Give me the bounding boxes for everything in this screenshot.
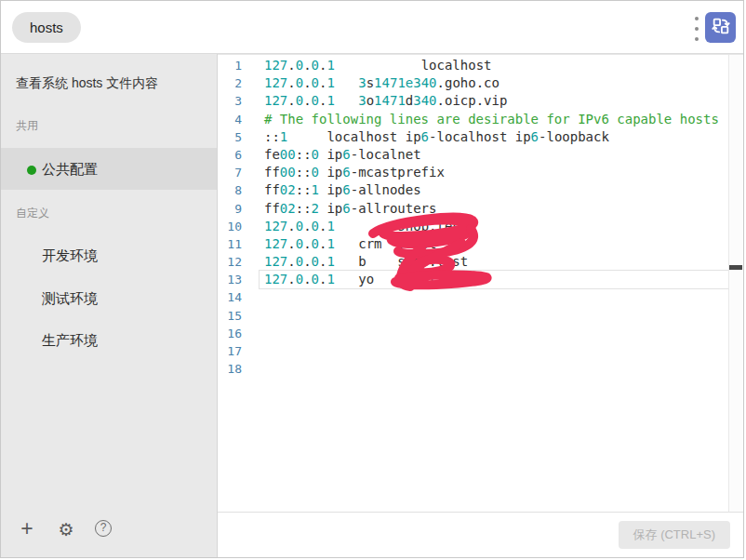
sidebar-item-label: 开发环境 xyxy=(42,247,98,263)
code-line[interactable]: 127.0.0.1 crm .test xyxy=(260,235,728,253)
sidebar-item-dev-env[interactable]: 开发环境 xyxy=(1,234,217,276)
line-number: 9 xyxy=(218,200,242,218)
code-line[interactable]: ff02::2 ip6-allrouters xyxy=(260,200,728,218)
code-line[interactable]: 127.0.0.1 b shop.test xyxy=(260,253,728,271)
line-number: 3 xyxy=(218,92,242,110)
scrollbar-cursor-marker xyxy=(729,265,742,270)
footer-bar: 保存 (CTRL+S) xyxy=(218,512,743,557)
line-number: 16 xyxy=(218,325,242,342)
code-line[interactable] xyxy=(260,325,728,342)
tab-hosts[interactable]: hosts xyxy=(12,12,81,43)
line-number: 5 xyxy=(218,128,242,146)
line-number: 13 xyxy=(218,271,242,288)
line-number: 7 xyxy=(218,164,242,181)
app-window: hosts 查看系统 hosts 文件内容 共用 公共配置 自定义 xyxy=(0,0,744,558)
code-line[interactable] xyxy=(260,342,728,360)
line-number: 14 xyxy=(218,288,242,306)
hosts-editor[interactable]: 123456789101112131415161718 127.0.0.1 lo… xyxy=(218,54,743,512)
enabled-dot-icon xyxy=(27,166,36,175)
line-number: 17 xyxy=(218,342,242,360)
line-number: 11 xyxy=(218,235,242,253)
section-label-custom: 自定义 xyxy=(16,206,49,221)
line-number: 8 xyxy=(218,181,242,199)
header-bar: hosts xyxy=(1,1,743,54)
sidebar-footer: + ⚙ ? xyxy=(1,511,217,557)
code-line[interactable]: # The following lines are desirable for … xyxy=(260,111,728,128)
line-number: 6 xyxy=(218,146,242,164)
line-number: 1 xyxy=(218,57,242,74)
sidebar-item-label: 测试环境 xyxy=(42,290,98,306)
sync-swap-icon xyxy=(711,16,731,40)
line-number: 18 xyxy=(218,360,242,378)
help-icon[interactable]: ? xyxy=(95,520,112,537)
code-line[interactable]: ::1 localhost ip6-localhost ip6-loopback xyxy=(260,128,728,146)
sidebar-item-label: 生产环境 xyxy=(42,332,98,348)
line-number: 15 xyxy=(218,307,242,325)
sidebar-item-prod-env[interactable]: 生产环境 xyxy=(1,319,217,361)
line-number: 4 xyxy=(218,111,242,128)
code-line[interactable]: 127.0.0.1 yo .test xyxy=(260,271,728,288)
line-number: 12 xyxy=(218,253,242,271)
code-line[interactable] xyxy=(260,307,728,325)
sidebar-description: 查看系统 hosts 文件内容 xyxy=(16,75,158,92)
code-line[interactable] xyxy=(260,360,728,378)
code-line[interactable] xyxy=(260,288,728,306)
add-icon[interactable]: + xyxy=(16,516,38,541)
save-button[interactable]: 保存 (CTRL+S) xyxy=(619,521,730,549)
code-area[interactable]: 127.0.0.1 localhost127.0.0.1 3s1471e340.… xyxy=(260,57,728,378)
kebab-menu-icon[interactable] xyxy=(691,17,702,41)
sidebar-item-label: 公共配置 xyxy=(42,161,98,177)
sidebar-item-public-config[interactable]: 公共配置 xyxy=(1,148,217,190)
text-cursor xyxy=(411,270,413,285)
line-number: 10 xyxy=(218,218,242,235)
code-line[interactable]: ff02::1 ip6-allnodes xyxy=(260,181,728,199)
sidebar: 查看系统 hosts 文件内容 共用 公共配置 自定义 开发环境 测试环境 生产… xyxy=(1,54,218,557)
code-line[interactable]: 127.0.0.1 shop.test xyxy=(260,218,728,235)
gear-icon[interactable]: ⚙ xyxy=(55,519,77,540)
section-label-shared: 共用 xyxy=(16,118,38,134)
editor-scrollbar[interactable] xyxy=(728,55,743,512)
code-line[interactable]: ff00::0 ip6-mcastprefix xyxy=(260,164,728,181)
code-line[interactable]: 127.0.0.1 3s1471e340.goho.co xyxy=(260,74,728,92)
code-line[interactable]: 127.0.0.1 localhost xyxy=(260,57,728,74)
sidebar-item-test-env[interactable]: 测试环境 xyxy=(1,277,217,319)
code-line[interactable]: fe00::0 ip6-localnet xyxy=(260,146,728,164)
gutter: 123456789101112131415161718 xyxy=(218,57,242,378)
sync-hosts-button[interactable] xyxy=(705,12,736,43)
code-line[interactable]: 127.0.0.1 3o1471d340.oicp.vip xyxy=(260,92,728,110)
line-number: 2 xyxy=(218,74,242,92)
